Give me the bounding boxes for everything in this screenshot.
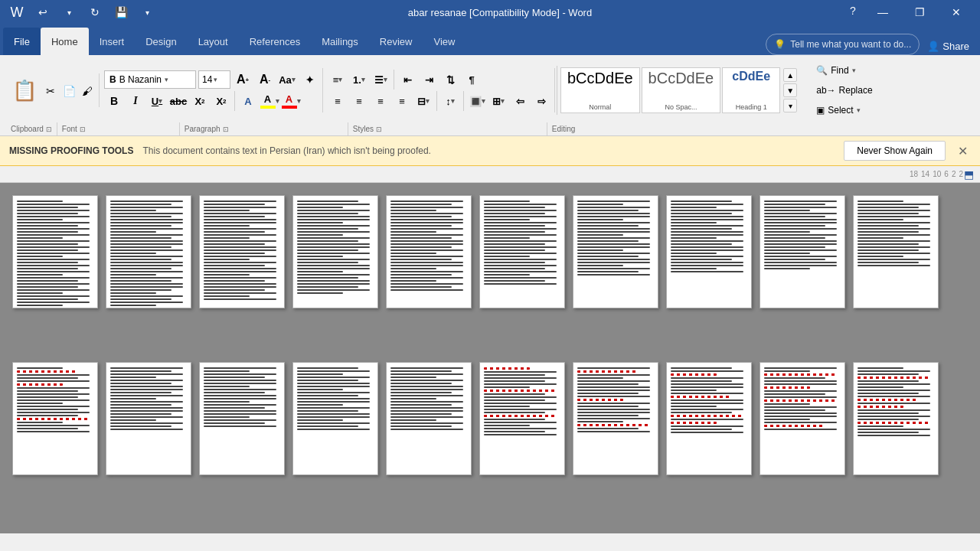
style-heading1[interactable]: cDdEe Heading 1 xyxy=(722,67,780,113)
share-button[interactable]: 👤 Share xyxy=(920,37,977,55)
increase-indent-button[interactable]: ⇥ xyxy=(419,70,439,90)
undo-arrow[interactable]: ▾ xyxy=(58,2,80,23)
styles-expand[interactable]: ⊡ xyxy=(376,126,382,133)
borders-button[interactable]: ⊞▾ xyxy=(488,91,508,111)
font-size-selector[interactable]: 14 ▾ xyxy=(198,70,230,89)
ribbon-row1: 📋 ✂ 📄 🖌 B B Nazanin ▾ 14 ▾ xyxy=(0,55,980,122)
rtl-button[interactable]: ⇦ xyxy=(510,91,530,111)
page-18[interactable] xyxy=(666,362,752,475)
numbering-button[interactable]: 1.▾ xyxy=(349,70,369,90)
superscript-button[interactable]: X2 xyxy=(211,91,231,111)
find-button[interactable]: 🔍 Find ▾ xyxy=(809,61,879,80)
tab-design[interactable]: Design xyxy=(135,28,187,55)
bullets-button[interactable]: ≡▾ xyxy=(328,70,348,90)
italic-button[interactable]: I xyxy=(126,91,145,111)
ltr-button[interactable]: ⇨ xyxy=(531,91,551,111)
clipboard-expand[interactable]: ⊡ xyxy=(46,126,52,133)
minimize-button[interactable]: — xyxy=(865,0,900,24)
page-3[interactable] xyxy=(199,195,285,308)
document-title: abar resanae [Compatibility Mode] - Word xyxy=(158,7,842,18)
text-effect-button[interactable]: A xyxy=(238,91,258,111)
align-left-button[interactable]: ≡ xyxy=(328,91,348,111)
styles-scroll-down[interactable]: ▼ xyxy=(783,83,797,97)
show-formatting-button[interactable]: ¶ xyxy=(462,70,482,90)
maximize-button[interactable]: ❐ xyxy=(902,0,937,24)
tab-view[interactable]: View xyxy=(423,28,466,55)
font-name-selector[interactable]: B B Nazanin ▾ xyxy=(104,70,196,89)
bold-button[interactable]: B xyxy=(104,91,124,111)
column-button[interactable]: ⊟▾ xyxy=(413,91,433,111)
clear-formatting-button[interactable]: ✦ xyxy=(299,70,319,90)
font-color-button[interactable]: A ▾ xyxy=(281,91,301,111)
save-button[interactable]: 💾 xyxy=(110,2,132,23)
tab-home[interactable]: Home xyxy=(41,28,89,55)
find-label: Find xyxy=(831,65,848,76)
page-8[interactable] xyxy=(666,195,752,308)
decrease-font-button[interactable]: A- xyxy=(255,70,275,90)
page-4[interactable] xyxy=(292,195,378,308)
page-2[interactable] xyxy=(106,195,191,308)
page-9[interactable] xyxy=(760,195,845,308)
cut-button[interactable]: ✂ xyxy=(42,83,59,99)
page-7[interactable] xyxy=(573,195,658,308)
format-painter-button[interactable]: 🖌 xyxy=(79,83,96,99)
decrease-indent-button[interactable]: ⇤ xyxy=(397,70,417,90)
page-12[interactable] xyxy=(106,362,191,475)
customize-qat[interactable]: ▾ xyxy=(136,2,158,23)
ribbon-content: 📋 ✂ 📄 🖌 B B Nazanin ▾ 14 ▾ xyxy=(0,55,980,136)
subscript-button[interactable]: X2 xyxy=(190,91,210,111)
tab-mailings[interactable]: Mailings xyxy=(311,28,369,55)
change-case-button[interactable]: Aa▾ xyxy=(277,70,297,90)
page-17[interactable] xyxy=(573,362,658,475)
page-13[interactable] xyxy=(199,362,285,475)
strikethrough-button[interactable]: abc xyxy=(168,91,188,111)
copy-button[interactable]: 📄 xyxy=(60,83,77,99)
tab-review[interactable]: Review xyxy=(369,28,423,55)
close-button[interactable]: ✕ xyxy=(939,0,974,24)
page-6[interactable] xyxy=(479,195,565,308)
page-14[interactable] xyxy=(292,362,378,475)
replace-button[interactable]: ab→ Replace xyxy=(809,81,879,99)
style-normal[interactable]: bCcDdEe Normal xyxy=(560,67,640,113)
highlight-button[interactable]: A ▾ xyxy=(260,91,279,111)
multilevel-button[interactable]: ☰▾ xyxy=(371,70,390,90)
font-expand[interactable]: ⊡ xyxy=(80,126,86,133)
page-16[interactable] xyxy=(479,362,565,475)
page-1[interactable] xyxy=(12,195,98,308)
page-19[interactable] xyxy=(760,362,845,475)
align-right-button[interactable]: ≡ xyxy=(371,91,390,111)
font-size-arrow: ▾ xyxy=(214,76,217,83)
styles-more[interactable]: ▾ xyxy=(783,99,797,112)
notification-close-button[interactable]: ✕ xyxy=(955,144,971,158)
redo-button[interactable]: ↻ xyxy=(84,2,106,23)
never-show-again-button[interactable]: Never Show Again xyxy=(844,141,946,161)
page-15[interactable] xyxy=(386,362,472,475)
find-icon: 🔍 xyxy=(816,65,828,76)
align-center-button[interactable]: ≡ xyxy=(349,91,369,111)
sort-button[interactable]: ⇅ xyxy=(440,70,460,90)
page-20[interactable] xyxy=(853,362,939,475)
help-button[interactable]: ? xyxy=(842,0,864,21)
page-5[interactable] xyxy=(386,195,472,308)
undo-button[interactable]: ↩ xyxy=(32,2,54,23)
shading-button[interactable]: 🔳▾ xyxy=(467,91,487,111)
increase-font-button[interactable]: A+ xyxy=(233,70,253,90)
tab-file[interactable]: File xyxy=(3,28,41,55)
line-spacing-button[interactable]: ↕▾ xyxy=(440,91,460,111)
paragraph-expand[interactable]: ⊡ xyxy=(223,126,229,133)
underline-button[interactable]: U▾ xyxy=(147,91,167,111)
page-10[interactable] xyxy=(853,195,939,308)
style-normal-label: Normal xyxy=(589,103,611,111)
styles-scroll-up[interactable]: ▲ xyxy=(783,68,797,82)
select-button[interactable]: ▣ Select ▾ xyxy=(809,101,879,119)
tell-me-input[interactable]: 💡 Tell me what you want to do... xyxy=(766,34,920,55)
paste-button[interactable]: 📋 xyxy=(9,75,40,106)
tab-references[interactable]: References xyxy=(239,28,311,55)
justify-button[interactable]: ≡ xyxy=(392,91,412,111)
paragraph-label: Paragraph ⊡ xyxy=(180,122,348,135)
tab-insert[interactable]: Insert xyxy=(89,28,136,55)
document-area[interactable] xyxy=(0,183,980,533)
style-no-space[interactable]: bCcDdEe No Spac... xyxy=(642,67,721,113)
tab-layout[interactable]: Layout xyxy=(188,28,239,55)
page-11[interactable] xyxy=(12,362,98,475)
